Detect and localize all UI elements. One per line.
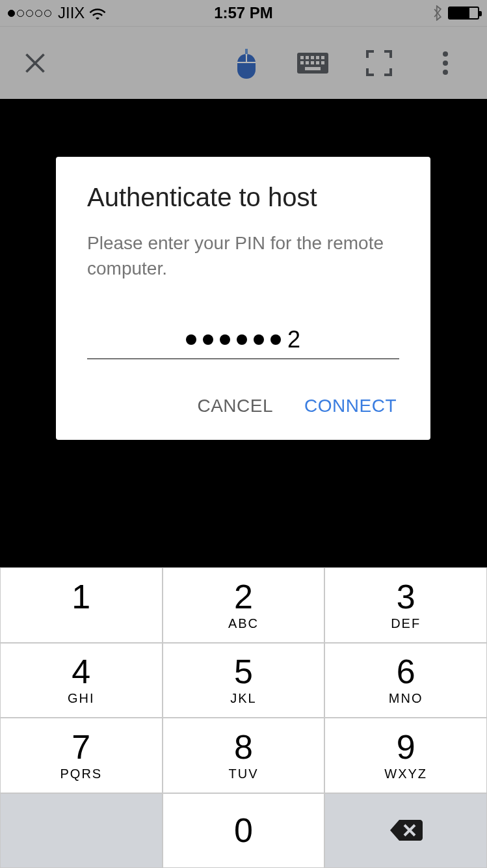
remote-view-area: Authenticate to host Please enter your P… [0,99,487,567]
key-1[interactable]: 1 [0,567,163,643]
svg-rect-10 [311,61,314,64]
key-2[interactable]: 2ABC [163,567,325,643]
status-bar: JIIX 1:57 PM [0,0,487,26]
svg-rect-6 [316,56,319,59]
bluetooth-icon [432,5,443,21]
more-menu-button[interactable] [422,51,469,75]
key-8[interactable]: 8TUV [163,718,325,793]
key-backspace[interactable] [324,793,487,869]
svg-rect-9 [306,61,309,64]
svg-rect-11 [316,61,319,64]
svg-rect-0 [246,54,247,63]
key-3[interactable]: 3DEF [324,567,487,643]
svg-rect-12 [321,61,324,64]
auth-dialog: Authenticate to host Please enter your P… [56,157,430,440]
key-5[interactable]: 5JKL [163,643,325,718]
svg-rect-8 [300,61,304,64]
key-4[interactable]: 4GHI [0,643,163,718]
battery-icon [448,7,479,20]
wifi-icon [88,7,107,20]
key-0[interactable]: 0 [163,793,325,869]
svg-rect-13 [305,67,321,70]
key-6[interactable]: 6MNO [324,643,487,718]
close-button[interactable] [23,51,47,75]
key-blank [0,793,163,869]
key-9[interactable]: 9WXYZ [324,718,487,793]
pin-input[interactable]: 2 [87,320,399,359]
carrier-name: JIIX [58,4,85,22]
signal-strength [8,10,51,17]
keyboard-button[interactable] [289,51,336,75]
svg-rect-7 [321,56,324,59]
dialog-message: Please enter your PIN for the remote com… [87,230,399,281]
status-clock: 1:57 PM [214,4,273,22]
mouse-mode-button[interactable] [223,47,270,79]
svg-rect-1 [237,62,256,63]
dialog-title: Authenticate to host [87,183,399,212]
key-7[interactable]: 7PQRS [0,718,163,793]
svg-rect-3 [300,56,304,59]
fullscreen-button[interactable] [356,50,402,76]
toolbar [0,26,487,99]
backspace-icon [388,817,424,843]
svg-rect-4 [306,56,309,59]
numeric-keypad: 1 2ABC 3DEF 4GHI 5JKL 6MNO 7PQRS 8TUV 9W… [0,567,487,868]
connect-button[interactable]: CONNECT [302,390,399,422]
svg-rect-5 [311,56,314,59]
cancel-button[interactable]: CANCEL [194,390,276,422]
